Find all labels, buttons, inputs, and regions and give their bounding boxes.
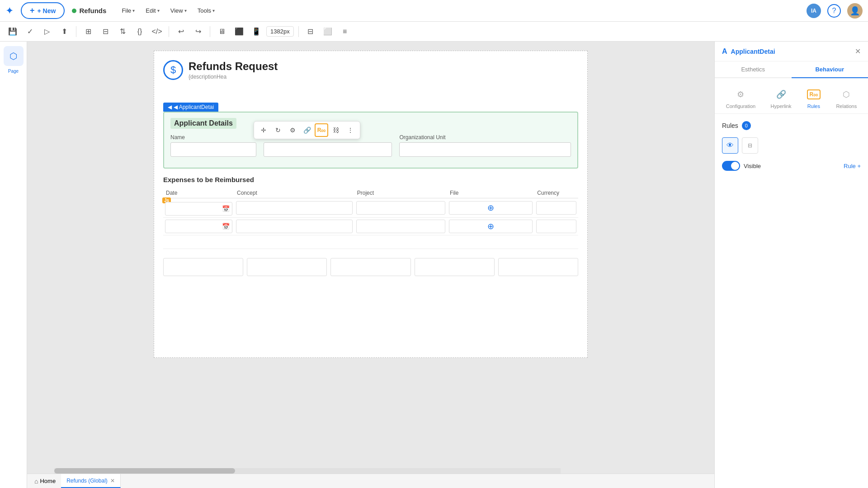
ft-move-btn[interactable]: ✛ [257, 123, 270, 137]
home-label: Home [40, 478, 56, 484]
menu-tools[interactable]: Tools ▾ [193, 5, 219, 16]
canvas-area[interactable]: $ Refunds Request {descriptionHea ✛ ↻ ⚙ … [27, 42, 714, 488]
html-button[interactable]: </> [150, 24, 164, 39]
grid-button[interactable]: ⊟ [303, 24, 318, 39]
col-currency: Currency [534, 188, 578, 198]
new-button[interactable]: + + New [21, 2, 65, 19]
panel-close-button[interactable]: ✕ [855, 47, 861, 56]
col-project: Project [354, 188, 447, 198]
org-input[interactable] [399, 142, 571, 157]
concept-cell-1 [234, 198, 354, 218]
app-logo[interactable]: ✦ [5, 5, 14, 17]
rules-icon-box: R₀₀ [807, 89, 821, 99]
home-icon: ⌂ [34, 478, 38, 485]
panel-tabs: Esthetics Behaviour [715, 61, 868, 78]
rule-icon-buttons: 👁 ⊟ [722, 137, 861, 154]
form-row-1: Name Surname Organizational Unit [170, 134, 571, 157]
mobile-button[interactable]: 📱 [249, 24, 264, 39]
date-input-2[interactable] [165, 220, 232, 233]
section-title[interactable]: Applicant Details [170, 118, 236, 129]
app-name-display: Refunds [72, 7, 106, 14]
canvas-inner: $ Refunds Request {descriptionHea ✛ ↻ ⚙ … [154, 51, 588, 358]
help-button[interactable]: ? [827, 4, 841, 18]
menu-view[interactable]: View ▾ [166, 5, 191, 16]
col-concept: Concept [234, 188, 354, 198]
currency-input-1[interactable] [536, 201, 576, 215]
configuration-label: Configuration [726, 103, 755, 109]
tablet-h-button[interactable]: ⬛ [232, 24, 246, 39]
tab-close-icon[interactable]: ✕ [110, 478, 115, 484]
home-tab[interactable]: ⌂ Home [29, 476, 61, 487]
user-avatar[interactable]: 👤 [847, 3, 863, 19]
eye-icon-btn[interactable]: 👁 [722, 137, 738, 154]
surname-input[interactable] [264, 142, 392, 157]
form-subtitle: {descriptionHea [189, 74, 278, 80]
currency-input-2[interactable] [536, 220, 576, 233]
settings-button[interactable]: ≡ [338, 24, 352, 39]
desktop-button[interactable]: 🖥 [215, 24, 229, 39]
sub-icon-hyperlink[interactable]: 🔗 Hyperlink [766, 84, 796, 112]
toolbar-divider-3 [210, 26, 210, 37]
date-input-1[interactable] [165, 202, 232, 216]
toolbar-divider-2 [169, 26, 169, 37]
sub-icon-relations[interactable]: ⬡ Relations [831, 84, 861, 112]
ft-rules-btn[interactable]: R₀₀ [315, 123, 328, 137]
ft-rotate-btn[interactable]: ↻ [271, 123, 285, 137]
check-button[interactable]: ✓ [23, 24, 37, 39]
form-icon: $ [163, 60, 183, 80]
horizontal-scrollbar[interactable] [54, 468, 561, 474]
rule-add-label: Rule + [844, 163, 861, 169]
rules-label-sub: Rules [807, 103, 820, 109]
upload-icon-1[interactable]: ⊕ [487, 203, 494, 213]
components-button[interactable]: ⊞ [81, 24, 95, 39]
play-button[interactable]: ▷ [40, 24, 54, 39]
project-input-1[interactable] [356, 201, 445, 215]
visible-toggle[interactable] [722, 161, 740, 171]
window-button[interactable]: ⬜ [321, 24, 335, 39]
refunds-tab[interactable]: Refunds (Global) ✕ [61, 474, 121, 488]
code-button[interactable]: {} [132, 24, 147, 39]
menu-edit[interactable]: Edit ▾ [141, 5, 164, 16]
name-input[interactable] [170, 142, 256, 157]
currency-cell-1 [534, 198, 578, 218]
sub-icons-row: ⚙ Configuration 🔗 Hyperlink R₀₀ Rules ⬡ … [715, 78, 868, 114]
main-layout: ⬡ Page $ Refunds Request {descriptionHea… [0, 42, 868, 488]
sub-icon-configuration[interactable]: ⚙ Configuration [722, 84, 760, 112]
datasource-button[interactable]: ⇅ [115, 24, 130, 39]
panel-title-icon: A [722, 47, 727, 56]
rule-add-button[interactable]: Rule + [844, 163, 861, 169]
col-date: Date [163, 188, 234, 198]
toolbar-divider-4 [298, 26, 299, 37]
left-sidebar: ⬡ Page [0, 42, 27, 488]
menu-file[interactable]: File ▾ [117, 5, 139, 16]
filter-icon-btn[interactable]: ⊟ [742, 137, 758, 154]
table-row: Js 📅 [163, 198, 578, 218]
concept-input-2[interactable] [236, 220, 353, 233]
undo-button[interactable]: ↩ [174, 24, 188, 39]
rules-icon: R₀₀ [807, 87, 821, 102]
save-button[interactable]: 💾 [5, 24, 20, 39]
tab-esthetics[interactable]: Esthetics [715, 61, 792, 78]
project-input-2[interactable] [356, 220, 445, 233]
scroll-thumb[interactable] [54, 468, 235, 474]
ft-settings-btn[interactable]: ⚙ [286, 123, 299, 137]
redo-button[interactable]: ↪ [191, 24, 205, 39]
expenses-table: Date Concept Project File Currency Js [163, 188, 578, 249]
upload-icon-2[interactable]: ⊕ [487, 221, 494, 231]
org-field: Organizational Unit [399, 134, 571, 157]
ft-chain-btn[interactable]: ⛓ [329, 123, 343, 137]
file-cell-2: ⊕ [447, 218, 534, 235]
export-button[interactable]: ⬆ [57, 24, 71, 39]
ia-avatar[interactable]: IA [807, 4, 821, 18]
layers-button[interactable]: ⊟ [98, 24, 113, 39]
breadcrumb-label: ◀ ApplicantDetai [174, 104, 214, 110]
date-cell-1: Js 📅 [163, 198, 234, 218]
ft-link-btn[interactable]: 🔗 [300, 123, 314, 137]
visible-label: Visible [744, 163, 761, 169]
sub-icon-rules[interactable]: R₀₀ Rules [802, 84, 826, 112]
tab-behaviour[interactable]: Behaviour [792, 61, 868, 78]
section-breadcrumb[interactable]: ◀ ◀ ApplicantDetai [163, 103, 218, 112]
sidebar-item-page[interactable]: ⬡ [4, 46, 24, 66]
ft-more-btn[interactable]: ⋮ [344, 123, 357, 137]
concept-input-1[interactable] [236, 201, 353, 215]
